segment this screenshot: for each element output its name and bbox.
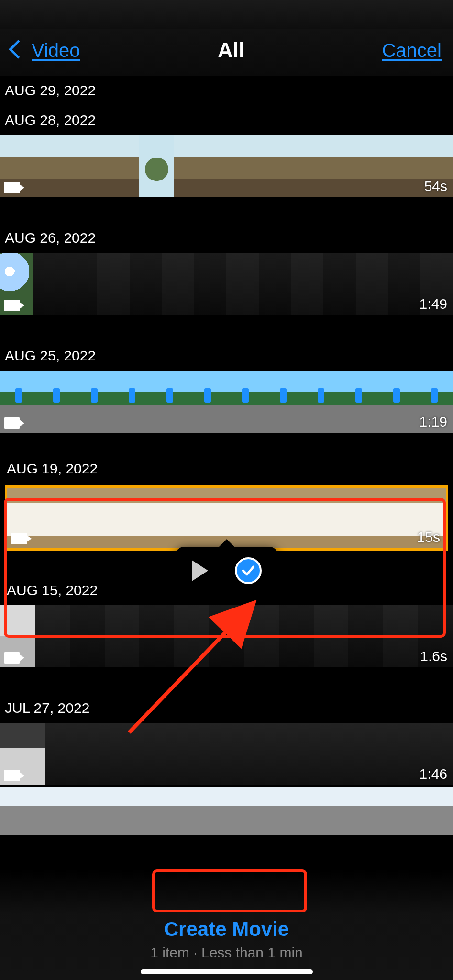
- duration-label: 1.6s: [420, 648, 447, 665]
- back-label: Video: [32, 40, 80, 61]
- video-icon: [4, 652, 20, 664]
- duration-label: 54s: [424, 178, 447, 194]
- section-aug-15: AUG 15, 2022 1.6s: [0, 575, 453, 667]
- section-aug-25: AUG 25, 2022 1:19: [0, 341, 453, 433]
- date-header: JUL 27, 2022: [0, 693, 453, 723]
- section-aug-29: AUG 29, 2022: [0, 76, 453, 105]
- duration-label: 1:49: [420, 296, 447, 312]
- page-title: All: [218, 38, 244, 62]
- video-icon: [4, 770, 20, 781]
- video-thumbnail-strip[interactable]: 54s: [0, 135, 453, 197]
- video-icon: [4, 182, 20, 193]
- status-bar: [0, 0, 453, 29]
- section-aug-19: AUG 19, 2022 15s: [0, 454, 453, 552]
- date-header: AUG 29, 2022: [0, 76, 453, 105]
- duration-label: 15s: [417, 529, 440, 545]
- duration-label: 1:19: [420, 414, 447, 430]
- date-header: AUG 19, 2022: [0, 454, 453, 484]
- video-icon: [4, 417, 20, 429]
- create-movie-button[interactable]: Create Movie: [164, 918, 289, 941]
- home-indicator[interactable]: [141, 969, 313, 974]
- date-header: AUG 28, 2022: [0, 105, 453, 135]
- video-thumbnail-strip[interactable]: 1:19: [0, 371, 453, 433]
- chevron-left-icon: [9, 40, 28, 59]
- video-icon: [4, 300, 20, 311]
- video-thumbnail-strip[interactable]: 1.6s: [0, 605, 453, 667]
- bottom-toolbar: Create Movie 1 item · Less than 1 min: [0, 870, 453, 980]
- navigation-bar: Video All Cancel: [0, 29, 453, 76]
- selection-summary: 1 item · Less than 1 min: [150, 945, 303, 961]
- video-thumbnail-strip[interactable]: 1:46: [0, 723, 453, 785]
- date-header: AUG 25, 2022: [0, 341, 453, 371]
- video-thumbnail-strip[interactable]: 1:49: [0, 253, 453, 315]
- section-jul-27: JUL 27, 2022 1:46: [0, 693, 453, 835]
- section-aug-26: AUG 26, 2022 1:49: [0, 223, 453, 315]
- video-thumbnail-strip[interactable]: [0, 787, 453, 835]
- back-button[interactable]: Video: [11, 40, 80, 61]
- date-header: AUG 15, 2022: [0, 575, 453, 605]
- duration-label: 1:46: [420, 766, 447, 782]
- cancel-button[interactable]: Cancel: [382, 40, 442, 61]
- date-header: AUG 26, 2022: [0, 223, 453, 253]
- section-aug-28: AUG 28, 2022 54s: [0, 105, 453, 197]
- video-icon: [11, 533, 27, 544]
